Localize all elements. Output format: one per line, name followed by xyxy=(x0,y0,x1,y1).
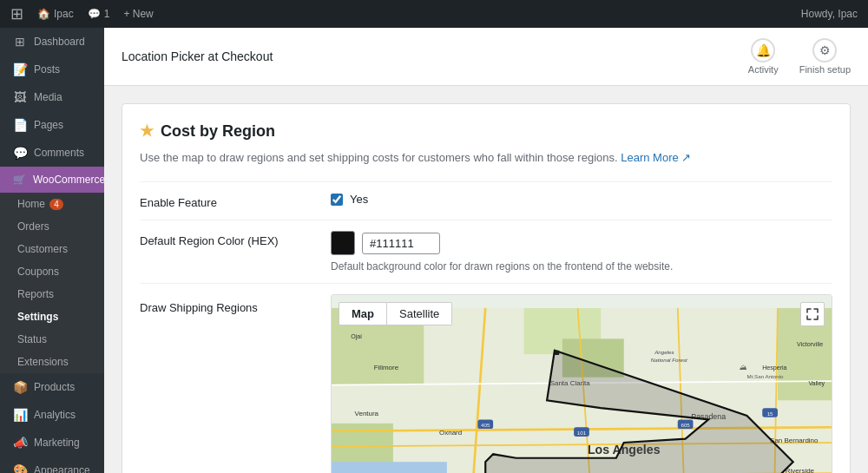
sidebar-item-label: Posts xyxy=(34,63,60,76)
finish-setup-action[interactable]: ⚙ Finish setup xyxy=(799,38,851,75)
submenu-item-status[interactable]: Status xyxy=(0,328,104,351)
new-label: + New xyxy=(123,8,153,20)
submenu-item-home[interactable]: Home 4 xyxy=(0,193,104,215)
sidebar-item-label: Comments xyxy=(34,147,84,159)
posts-icon: 📝 xyxy=(13,62,27,76)
sidebar-item-products[interactable]: 📦 Products xyxy=(0,373,104,401)
sidebar-item-label: Media xyxy=(34,91,62,103)
main-wrapper: ⊞ Dashboard 📝 Posts 🖼 Media 📄 Pages 💬 Co… xyxy=(0,28,868,473)
color-input-row xyxy=(331,231,832,255)
submenu-item-settings[interactable]: Settings xyxy=(0,305,104,328)
media-icon: 🖼 xyxy=(13,90,27,104)
checkbox-label: Yes xyxy=(350,193,368,206)
draw-regions-row: Draw Shipping Regions xyxy=(140,283,832,473)
comments-count: 1 xyxy=(104,8,110,20)
marketing-icon: 📣 xyxy=(13,436,27,450)
svg-text:Victorville: Victorville xyxy=(797,341,823,348)
submenu-item-extensions[interactable]: Extensions xyxy=(0,351,104,373)
sidebar-item-pages[interactable]: 📄 Pages xyxy=(0,111,104,139)
svg-text:Ventura: Ventura xyxy=(355,410,379,417)
activity-action[interactable]: 🔔 Activity xyxy=(748,38,779,75)
comments-icon: 💬 xyxy=(88,8,101,20)
expand-icon xyxy=(806,308,819,320)
color-hex-input[interactable] xyxy=(362,233,440,254)
sidebar-item-label: Dashboard xyxy=(34,36,85,48)
map-background: 405 101 605 15 xyxy=(332,295,832,473)
sidebar-item-label: Analytics xyxy=(34,409,76,421)
sidebar-item-appearance[interactable]: 🎨 Appearance xyxy=(0,457,104,473)
sidebar-item-media[interactable]: 🖼 Media xyxy=(0,83,104,111)
admin-bar-right: Howdy, Ipac xyxy=(801,8,858,20)
color-swatch[interactable] xyxy=(331,231,355,255)
checkbox-row: Yes xyxy=(331,193,832,206)
svg-text:Hesperia: Hesperia xyxy=(762,365,786,371)
sidebar-item-label: Pages xyxy=(34,119,63,131)
comments-item[interactable]: 💬 1 xyxy=(88,8,110,20)
default-color-label: Default Region Color (HEX) xyxy=(140,231,331,247)
star-icon: ★ xyxy=(140,122,154,141)
house-icon: 🏠 xyxy=(37,8,50,20)
wp-logo-item[interactable]: ⊞ xyxy=(10,4,23,23)
enable-feature-value: Yes xyxy=(331,193,832,206)
submenu-item-orders[interactable]: Orders xyxy=(0,215,104,238)
learn-more-link[interactable]: Learn More ↗ xyxy=(621,151,691,164)
sidebar-item-label: Appearance xyxy=(34,464,90,473)
sidebar-item-marketing[interactable]: 📣 Marketing xyxy=(0,429,104,457)
dashboard-icon: ⊞ xyxy=(13,35,27,49)
submenu-item-reports[interactable]: Reports xyxy=(0,283,104,305)
svg-text:⛰: ⛰ xyxy=(740,363,747,371)
svg-rect-44 xyxy=(555,351,559,355)
section-title-text: Cost by Region xyxy=(161,122,275,141)
pages-icon: 📄 xyxy=(13,118,27,132)
sidebar-item-label: Products xyxy=(34,381,75,393)
site-name: Ipac xyxy=(54,8,74,20)
page-title: Location Picker at Checkout xyxy=(122,49,273,63)
sidebar-item-label: Marketing xyxy=(34,437,80,449)
finish-setup-icon-container: ⚙ xyxy=(812,38,837,62)
site-name-item[interactable]: 🏠 Ipac xyxy=(37,8,74,20)
submenu-item-coupons[interactable]: Coupons xyxy=(0,260,104,283)
main-content: ★ Cost by Region Use the map to draw reg… xyxy=(104,86,868,473)
svg-text:Ojai: Ojai xyxy=(351,333,362,340)
analytics-icon: 📊 xyxy=(13,408,27,422)
page-header: Location Picker at Checkout 🔔 Activity ⚙… xyxy=(104,28,868,86)
sidebar: ⊞ Dashboard 📝 Posts 🖼 Media 📄 Pages 💬 Co… xyxy=(0,28,104,473)
woocommerce-submenu: Home 4 Orders Customers Coupons Reports … xyxy=(0,193,104,373)
sidebar-item-dashboard[interactable]: ⊞ Dashboard xyxy=(0,28,104,56)
submenu-item-customers[interactable]: Customers xyxy=(0,238,104,260)
bell-icon: 🔔 xyxy=(756,43,771,57)
enable-feature-row: Enable Feature Yes xyxy=(140,181,832,220)
sidebar-item-label: WooCommerce xyxy=(33,174,104,186)
map-container: 405 101 605 15 xyxy=(331,294,832,473)
svg-text:Riverside: Riverside xyxy=(786,467,815,473)
color-description: Default background color for drawn regio… xyxy=(331,260,832,273)
content-area: Location Picker at Checkout 🔔 Activity ⚙… xyxy=(104,28,868,473)
svg-text:Valley: Valley xyxy=(808,380,825,387)
wp-icon: ⊞ xyxy=(10,4,23,23)
admin-bar-left: ⊞ 🏠 Ipac 💬 1 + New xyxy=(10,4,154,23)
svg-rect-23 xyxy=(332,462,447,473)
howdy-text: Howdy, Ipac xyxy=(801,8,858,20)
map-tab-bar: Map Satellite xyxy=(339,302,452,325)
woocommerce-icon: 🛒 xyxy=(13,174,26,186)
draw-regions-label: Draw Shipping Regions xyxy=(140,294,331,314)
section-title: ★ Cost by Region xyxy=(140,122,832,141)
admin-bar: ⊞ 🏠 Ipac 💬 1 + New Howdy, Ipac xyxy=(0,0,868,28)
activity-label: Activity xyxy=(748,64,779,75)
new-item[interactable]: + New xyxy=(123,8,153,20)
home-badge: 4 xyxy=(49,199,63,210)
sidebar-item-comments[interactable]: 💬 Comments xyxy=(0,139,104,167)
svg-text:Fillmore: Fillmore xyxy=(374,364,399,371)
enable-feature-checkbox[interactable] xyxy=(331,194,343,206)
svg-text:National Forest: National Forest xyxy=(651,357,687,363)
map-expand-button[interactable] xyxy=(800,302,825,326)
sidebar-item-analytics[interactable]: 📊 Analytics xyxy=(0,401,104,429)
draw-regions-value: 405 101 605 15 xyxy=(331,294,832,473)
enable-feature-label: Enable Feature xyxy=(140,193,331,209)
gear-icon: ⚙ xyxy=(819,43,831,57)
map-tab-map[interactable]: Map xyxy=(339,302,387,325)
svg-text:San Bernardino: San Bernardino xyxy=(770,437,819,444)
map-tab-satellite[interactable]: Satellite xyxy=(387,302,452,325)
sidebar-item-posts[interactable]: 📝 Posts xyxy=(0,56,104,83)
sidebar-item-woocommerce[interactable]: 🛒 WooCommerce xyxy=(0,167,104,193)
